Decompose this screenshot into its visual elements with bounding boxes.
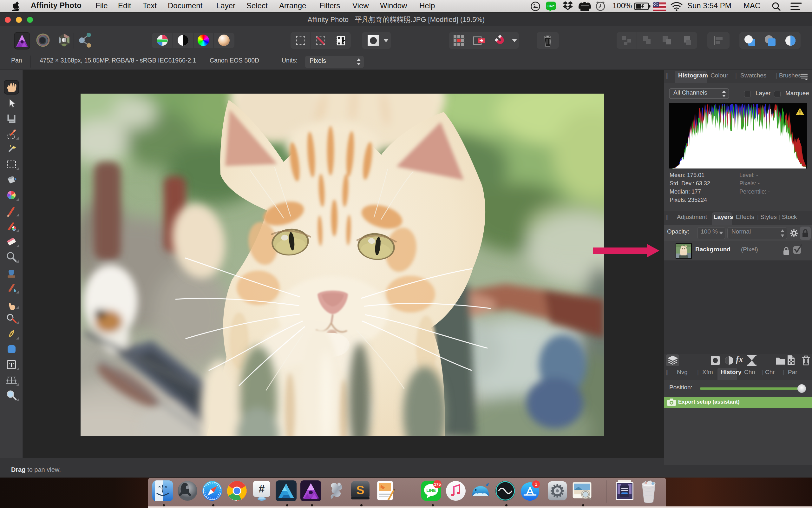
svg-text:T: T: [9, 361, 14, 369]
svg-text:#: #: [259, 482, 265, 495]
svg-text:S: S: [356, 483, 364, 497]
svg-text:175: 175: [434, 482, 441, 487]
svg-text:1: 1: [535, 481, 537, 487]
svg-text:LINE: LINE: [426, 488, 436, 493]
svg-text:LINE: LINE: [547, 4, 554, 8]
